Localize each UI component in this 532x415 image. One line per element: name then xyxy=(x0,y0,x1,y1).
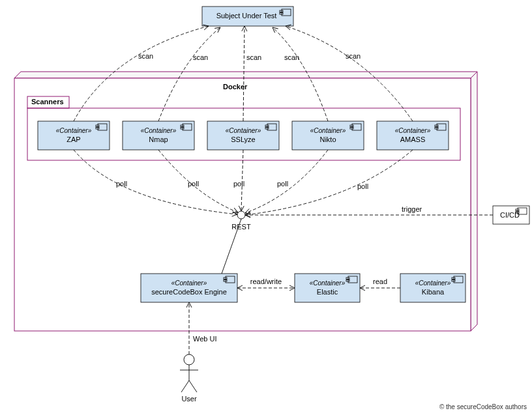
engine-label: secureCodeBox Engine xyxy=(151,288,227,296)
amass-label: AMASS xyxy=(400,136,426,143)
poll-edge-zap-label: poll xyxy=(116,180,127,188)
webui-label: Web UI xyxy=(193,335,216,343)
subject-label: Subject Under Test xyxy=(216,12,277,20)
svg-text:«Container»: «Container» xyxy=(395,127,431,134)
sslyze-label: SSLyze xyxy=(231,136,256,143)
svg-point-26 xyxy=(237,211,245,219)
scan-edge-sslyze-label: scan xyxy=(246,53,261,61)
elastic-label: Elastic xyxy=(317,288,338,296)
nikto-label: Nikto xyxy=(319,136,336,143)
component-nmap: «Container» Nmap xyxy=(123,121,194,150)
component-zap: «Container» ZAP xyxy=(38,121,110,150)
trigger-label: trigger xyxy=(402,205,422,213)
svg-text:«Container»: «Container» xyxy=(141,127,177,134)
svg-text:«Container»: «Container» xyxy=(415,279,451,287)
component-engine: «Container» secureCodeBox Engine xyxy=(141,274,237,302)
svg-text:«Container»: «Container» xyxy=(310,279,346,287)
poll-edge-nikto-label: poll xyxy=(277,180,288,188)
svg-line-31 xyxy=(189,380,197,392)
scan-edge-nmap-label: scan xyxy=(193,53,208,61)
readwrite-label: read/write xyxy=(250,278,282,285)
svg-text:«Container»: «Container» xyxy=(226,127,261,134)
component-subject-under-test: Subject Under Test xyxy=(202,7,293,26)
user-label: User xyxy=(181,395,197,403)
copyright-text: © the secureCodeBox authors xyxy=(439,403,527,410)
zap-label: ZAP xyxy=(66,136,80,143)
read-label: read xyxy=(373,278,387,285)
scanners-label: Scanners xyxy=(31,98,64,106)
component-kibana: «Container» Kibana xyxy=(400,274,466,302)
scan-edge-zap-label: scan xyxy=(138,52,153,60)
component-nikto: «Container» Nikto xyxy=(292,121,364,150)
svg-marker-3 xyxy=(14,72,477,78)
poll-edge-amass-label: poll xyxy=(357,182,368,190)
svg-marker-4 xyxy=(471,72,477,331)
scan-edge-amass-label: scan xyxy=(346,52,361,60)
cicd-label: CI/CD xyxy=(500,211,520,219)
user-actor: User xyxy=(180,354,198,403)
svg-point-27 xyxy=(184,354,194,365)
rest-label: REST xyxy=(231,223,251,231)
component-sslyze: «Container» SSLyze xyxy=(207,121,279,150)
component-amass: «Container» AMASS xyxy=(377,121,449,150)
scan-edge-nikto-label: scan xyxy=(284,53,299,61)
nmap-label: Nmap xyxy=(149,136,168,143)
svg-line-30 xyxy=(181,380,189,392)
svg-text:«Container»: «Container» xyxy=(171,279,207,287)
kibana-label: Kibana xyxy=(422,288,445,296)
svg-text:«Container»: «Container» xyxy=(56,127,92,134)
svg-text:«Container»: «Container» xyxy=(310,127,346,134)
component-cicd: CI/CD xyxy=(493,206,529,224)
poll-edge-sslyze-label: poll xyxy=(233,180,244,188)
component-elastic: «Container» Elastic xyxy=(295,274,360,302)
poll-edge-nmap-label: poll xyxy=(188,180,199,188)
docker-label: Docker xyxy=(223,83,248,91)
